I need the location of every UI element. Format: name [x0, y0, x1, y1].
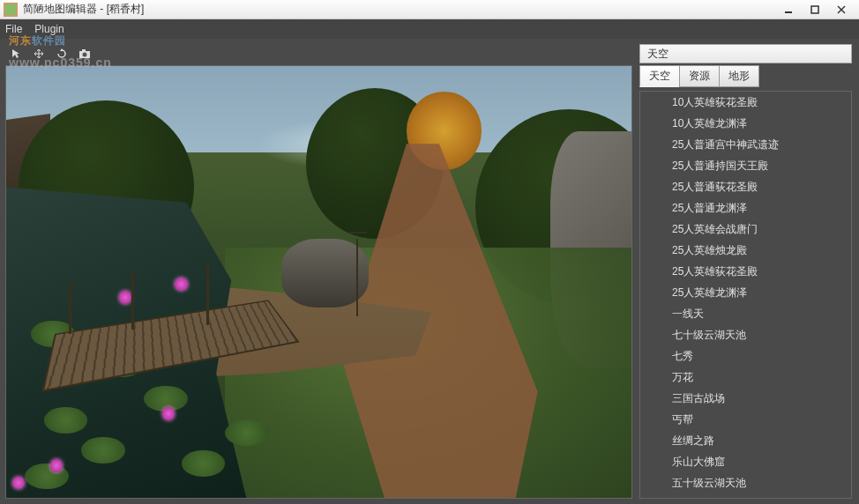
tab-terrain[interactable]: 地形 — [719, 65, 759, 87]
list-item[interactable]: 丐帮 — [640, 409, 851, 430]
list-item[interactable]: 25人普通宫中神武遗迹 — [640, 134, 851, 155]
list-item[interactable]: 25人英雄烛龙殿 — [640, 240, 851, 261]
tab-sky[interactable]: 天空 — [639, 65, 680, 87]
panel-tabs: 天空 资源 地形 — [639, 65, 852, 87]
svg-rect-1 — [5, 4, 16, 15]
list-item[interactable]: 10人英雄荻花圣殿 — [640, 92, 851, 113]
window-controls — [783, 4, 847, 15]
maximize-button[interactable] — [810, 4, 820, 15]
viewport-toolbar — [5, 44, 632, 63]
titlebar: 简陋地图编辑器 - [稻香村] — [0, 0, 859, 19]
list-item[interactable]: 三国古战场 — [640, 388, 851, 409]
list-item[interactable]: 丝绸之路 — [640, 430, 851, 451]
close-button[interactable] — [836, 4, 847, 15]
move-icon[interactable] — [32, 47, 46, 61]
rotate-icon[interactable] — [55, 47, 69, 61]
window-title: 简陋地图编辑器 - [稻香村] — [23, 2, 783, 17]
minimize-button[interactable] — [783, 4, 794, 15]
svg-rect-7 — [82, 49, 86, 52]
list-item[interactable]: 五毒 — [640, 493, 851, 499]
svg-point-8 — [83, 53, 87, 57]
panel-header: 天空 — [639, 44, 852, 63]
list-item[interactable]: 10人英雄龙渊泽 — [640, 113, 851, 134]
list-item[interactable]: 万花 — [640, 367, 851, 388]
menu-plugin[interactable]: Plugin — [34, 23, 63, 35]
menu-file[interactable]: File — [5, 23, 22, 35]
app-icon — [4, 3, 18, 17]
side-panel: 天空 天空 资源 地形 10人英雄荻花圣殿10人英雄龙渊泽25人普通宫中神武遗迹… — [636, 39, 859, 504]
list-item[interactable]: 25人普通荻花圣殿 — [640, 176, 851, 197]
list-item[interactable]: 25人英雄龙渊泽 — [640, 282, 851, 303]
list-item[interactable]: 五十级云湖天池 — [640, 472, 851, 493]
sky-list[interactable]: 10人英雄荻花圣殿10人英雄龙渊泽25人普通宫中神武遗迹25人普通持国天王殿25… — [639, 91, 852, 499]
list-item[interactable]: 25人英雄会战唐门 — [640, 219, 851, 240]
list-item[interactable]: 25人英雄荻花圣殿 — [640, 261, 851, 282]
list-item[interactable]: 七秀 — [640, 345, 851, 367]
tab-resource[interactable]: 资源 — [679, 65, 720, 87]
menubar: File Plugin — [0, 19, 859, 39]
viewport-3d[interactable] — [5, 65, 632, 499]
svg-rect-3 — [811, 6, 818, 13]
pointer-icon[interactable] — [9, 47, 23, 61]
list-item[interactable]: 七十级云湖天池 — [640, 324, 851, 345]
list-item[interactable]: 25人普通龙渊泽 — [640, 197, 851, 219]
list-item[interactable]: 25人普通持国天王殿 — [640, 155, 851, 176]
camera-icon[interactable] — [78, 47, 92, 61]
list-item[interactable]: 乐山大佛窟 — [640, 451, 851, 472]
list-item[interactable]: 一线天 — [640, 303, 851, 324]
